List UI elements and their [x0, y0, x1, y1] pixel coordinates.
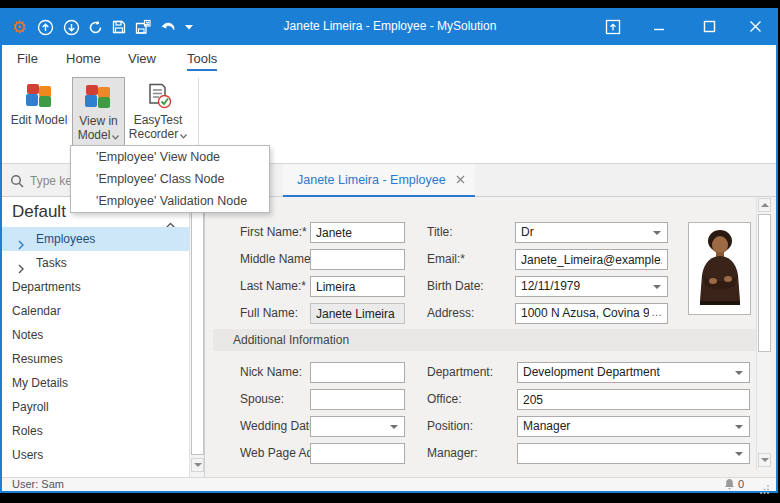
sidebar-item-users[interactable]: Users [2, 443, 204, 467]
address-field[interactable]: 1000 N Azusa, Covina 9...… [515, 303, 668, 324]
tab-close-icon[interactable] [456, 175, 465, 184]
chevron-down-icon [112, 129, 119, 143]
spouse-input[interactable] [310, 389, 405, 410]
last-name-label: Last Name:* [240, 276, 306, 297]
sidebar-item-roles[interactable]: Roles [2, 419, 204, 443]
easytest-recorder-label: EasyTest Recorder [129, 113, 183, 141]
maximize-button[interactable] [694, 8, 724, 45]
spouse-label: Spouse: [240, 389, 284, 410]
sidebar-item-notes[interactable]: Notes [2, 323, 204, 347]
menu-item-validation-node[interactable]: 'Employee' Validation Node [71, 190, 269, 212]
first-name-label: First Name:* [240, 222, 307, 243]
qat-more-caret-icon[interactable] [182, 17, 196, 37]
middle-name-input[interactable] [310, 249, 405, 270]
sidebar-item-my-details[interactable]: My Details [2, 371, 204, 395]
sidebar-item-payroll[interactable]: Payroll [2, 395, 204, 419]
position-combo[interactable]: Manager [517, 416, 750, 437]
combo-caret-icon[interactable] [735, 425, 743, 429]
window-content: File Home View Tools Edit Model View in … [2, 45, 776, 491]
resize-grip[interactable] [760, 480, 770, 498]
title-combo[interactable]: Dr [515, 222, 668, 243]
ribbon-tab-view[interactable]: View [128, 51, 156, 66]
birth-date-picker[interactable]: 12/11/1979 [515, 276, 668, 297]
ellipsis-button[interactable]: … [649, 306, 664, 321]
position-label: Position: [427, 416, 473, 437]
nav-up-icon[interactable] [34, 17, 56, 37]
middle-name-label: Middle Name: [240, 249, 314, 270]
combo-caret-icon[interactable] [735, 371, 743, 375]
minimize-button[interactable] [644, 8, 674, 45]
edit-model-label: Edit Model [8, 113, 70, 127]
combo-caret-icon[interactable] [653, 285, 661, 289]
last-name-input[interactable] [310, 276, 405, 297]
bell-icon [724, 478, 735, 490]
sidebar-item-tasks[interactable]: Tasks [2, 251, 204, 275]
email-label: Email:* [427, 249, 465, 270]
sidebar-scrollbar-thumb[interactable] [191, 212, 204, 455]
wedding-date-picker[interactable] [310, 416, 405, 437]
nick-name-label: Nick Name: [240, 362, 302, 383]
view-in-model-dropdown-menu: 'Employee' View Node 'Employee' Class No… [70, 145, 270, 213]
notification-count: 0 [738, 478, 744, 490]
sidebar-item-departments[interactable]: Departments [2, 275, 204, 299]
menu-item-view-node[interactable]: 'Employee' View Node [71, 146, 269, 168]
employee-photo[interactable] [688, 222, 751, 315]
department-label: Department: [427, 362, 493, 383]
birth-date-label: Birth Date: [427, 276, 484, 297]
close-button[interactable] [740, 8, 770, 45]
model-icon [85, 84, 112, 110]
wedding-date-label: Wedding Date: [240, 416, 319, 437]
toggle-ribbon-icon[interactable] [598, 8, 628, 45]
full-name-input [310, 303, 405, 324]
combo-caret-icon[interactable] [390, 425, 398, 429]
chevron-down-icon [180, 128, 187, 142]
title-label: Title: [427, 222, 453, 243]
status-user: User: Sam [12, 478, 64, 490]
main-scrollbar[interactable] [756, 197, 771, 470]
full-name-label: Full Name: [240, 303, 298, 324]
ribbon-tab-home[interactable]: Home [66, 51, 101, 66]
combo-caret-icon[interactable] [653, 231, 661, 235]
office-label: Office: [427, 389, 461, 410]
app-gear-icon[interactable]: ⚙ [8, 17, 30, 37]
additional-information-header[interactable]: Additional Information [213, 329, 758, 351]
scroll-down-icon[interactable] [191, 458, 204, 472]
scroll-down-icon[interactable] [758, 453, 771, 467]
combo-caret-icon[interactable] [735, 452, 743, 456]
sidebar-item-employees[interactable]: Employees [2, 227, 204, 251]
title-bar: ⚙ Janete Limeira - Employee - MySolution [0, 8, 778, 45]
model-icon [26, 83, 53, 109]
notifications[interactable]: 0 [724, 478, 744, 490]
status-bar: User: Sam 0 [2, 477, 776, 491]
department-combo[interactable]: Development Department [517, 362, 750, 383]
undo-icon[interactable] [158, 17, 180, 37]
ribbon-tab-file[interactable]: File [17, 51, 38, 66]
document-tab-label: Janete Limeira - Employee [297, 173, 446, 187]
easytest-icon [145, 83, 172, 109]
window-title: Janete Limeira - Employee - MySolution [240, 19, 540, 33]
search-icon [10, 174, 24, 188]
first-name-input[interactable] [310, 222, 405, 243]
web-page-address-input[interactable] [310, 443, 405, 464]
save-icon[interactable] [108, 17, 130, 37]
sidebar-item-resumes[interactable]: Resumes [2, 347, 204, 371]
menu-item-class-node[interactable]: 'Employee' Class Node [71, 168, 269, 190]
refresh-icon[interactable] [84, 17, 106, 37]
scroll-up-icon[interactable] [758, 198, 771, 212]
manager-combo[interactable] [517, 443, 750, 464]
sidebar-item-calendar[interactable]: Calendar [2, 299, 204, 323]
main-scrollbar-thumb[interactable] [758, 214, 771, 352]
document-tab[interactable]: Janete Limeira - Employee [283, 164, 475, 197]
email-input[interactable] [515, 249, 668, 270]
nick-name-input[interactable] [310, 362, 405, 383]
office-input[interactable] [517, 389, 750, 410]
manager-label: Manager: [427, 443, 478, 464]
employee-detail-form: First Name:* Title: Dr Middle Name: Emai… [205, 197, 776, 477]
nav-down-icon[interactable] [60, 17, 82, 37]
sidebar-scrollbar[interactable] [189, 197, 204, 477]
edit-model-button[interactable]: Edit Model [8, 77, 70, 159]
address-label: Address: [427, 303, 474, 324]
main-body: Default Employees Tasks Departments Cale… [2, 197, 776, 477]
save-close-icon[interactable] [132, 17, 154, 37]
ribbon-tab-tools[interactable]: Tools [187, 51, 217, 71]
